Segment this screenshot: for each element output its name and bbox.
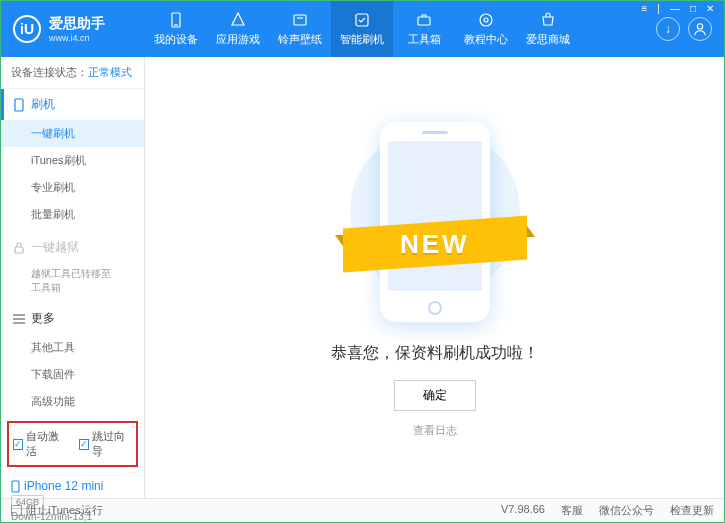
svg-point-6: [484, 18, 488, 22]
jailbreak-note: 越狱工具已转移至 工具箱: [1, 263, 144, 299]
logo-icon: iU: [13, 15, 41, 43]
nav-tutorial[interactable]: 教程中心: [455, 1, 517, 57]
store-icon: [539, 11, 557, 29]
divider-icon: |: [655, 3, 662, 14]
nav-label: 铃声壁纸: [278, 32, 322, 47]
svg-rect-3: [356, 14, 368, 26]
wechat-link[interactable]: 微信公众号: [599, 503, 654, 518]
nav-label: 我的设备: [154, 32, 198, 47]
nav-label: 工具箱: [408, 32, 441, 47]
svg-rect-13: [12, 481, 19, 492]
checkbox-label: 阻止iTunes运行: [26, 503, 103, 518]
download-icon: ↓: [665, 22, 671, 36]
nav-wallpaper[interactable]: 铃声壁纸: [269, 1, 331, 57]
checkbox-label: 自动激活: [26, 429, 66, 459]
menu-icon[interactable]: ≡: [640, 3, 650, 14]
app-name: 爱思助手: [49, 15, 105, 33]
update-link[interactable]: 检查更新: [670, 503, 714, 518]
sidebar-item-other-tools[interactable]: 其他工具: [1, 334, 144, 361]
checkbox-block-itunes[interactable]: 阻止iTunes运行: [11, 503, 103, 518]
minimize-button[interactable]: —: [668, 3, 682, 14]
sidebar-item-download-firmware[interactable]: 下载固件: [1, 361, 144, 388]
checkbox-auto-activate[interactable]: ✓ 自动激活: [13, 429, 67, 459]
lock-icon: [13, 242, 25, 254]
new-text: NEW: [400, 229, 470, 260]
list-icon: [13, 313, 25, 325]
sidebar-item-itunes-flash[interactable]: iTunes刷机: [1, 147, 144, 174]
connection-status: 设备连接状态：正常模式: [1, 57, 144, 89]
svg-rect-8: [15, 99, 23, 111]
top-nav: 我的设备 应用游戏 铃声壁纸 智能刷机 工具箱 教程中心 爱思商城: [145, 1, 656, 57]
svg-rect-2: [294, 15, 306, 25]
phone-icon: [13, 99, 25, 111]
checkbox-label: 跳过向导: [92, 429, 132, 459]
window-controls: ≡ | — □ ✕: [640, 3, 717, 14]
sidebar: 设备连接状态：正常模式 刷机 一键刷机 iTunes刷机 专业刷机 批量刷机 一…: [1, 57, 145, 498]
view-log-link[interactable]: 查看日志: [413, 423, 457, 438]
svg-point-7: [697, 24, 702, 29]
toolbox-icon: [415, 11, 433, 29]
sidebar-item-batch-flash[interactable]: 批量刷机: [1, 201, 144, 228]
logo-area: iU 爱思助手 www.i4.cn: [1, 15, 145, 43]
sidebar-item-advanced[interactable]: 高级功能: [1, 388, 144, 415]
svg-rect-9: [15, 247, 23, 253]
nav-label: 应用游戏: [216, 32, 260, 47]
svg-point-5: [480, 14, 492, 26]
phone-icon: [11, 480, 20, 493]
maximize-button[interactable]: □: [688, 3, 698, 14]
tutorial-icon: [477, 11, 495, 29]
header: iU 爱思助手 www.i4.cn 我的设备 应用游戏 铃声壁纸 智能刷机 工具…: [1, 1, 724, 57]
service-link[interactable]: 客服: [561, 503, 583, 518]
nav-store[interactable]: 爱思商城: [517, 1, 579, 57]
main-content: NEW 恭喜您，保资料刷机成功啦！ 确定 查看日志: [145, 57, 724, 498]
nav-label: 智能刷机: [340, 32, 384, 47]
sidebar-item-oneclick-flash[interactable]: 一键刷机: [1, 120, 144, 147]
app-url: www.i4.cn: [49, 33, 105, 43]
device-icon: [167, 11, 185, 29]
nav-flash[interactable]: 智能刷机: [331, 1, 393, 57]
connection-label: 设备连接状态：: [11, 66, 88, 78]
checkbox-skip-guide[interactable]: ✓ 跳过向导: [79, 429, 133, 459]
download-button[interactable]: ↓: [656, 17, 680, 41]
nav-label: 爱思商城: [526, 32, 570, 47]
nav-label: 教程中心: [464, 32, 508, 47]
group-label: 一键越狱: [31, 239, 79, 256]
wallpaper-icon: [291, 11, 309, 29]
sidebar-item-pro-flash[interactable]: 专业刷机: [1, 174, 144, 201]
sidebar-group-jailbreak[interactable]: 一键越狱: [1, 232, 144, 263]
ok-button[interactable]: 确定: [394, 380, 476, 411]
device-name: iPhone 12 mini: [11, 479, 134, 493]
connection-mode: 正常模式: [88, 66, 132, 78]
nav-apps[interactable]: 应用游戏: [207, 1, 269, 57]
check-icon: ✓: [13, 439, 23, 450]
header-right: ↓: [656, 17, 724, 41]
apps-icon: [229, 11, 247, 29]
device-name-text: iPhone 12 mini: [24, 479, 103, 493]
nav-my-device[interactable]: 我的设备: [145, 1, 207, 57]
nav-toolbox[interactable]: 工具箱: [393, 1, 455, 57]
flash-icon: [353, 11, 371, 29]
checkbox-icon: [11, 505, 22, 516]
group-label: 刷机: [31, 96, 55, 113]
sidebar-group-flash[interactable]: 刷机: [1, 89, 144, 120]
user-icon: [693, 22, 707, 36]
phone-illustration: NEW: [365, 117, 505, 327]
version-label: V7.98.66: [501, 503, 545, 518]
check-icon: ✓: [79, 439, 89, 450]
success-message: 恭喜您，保资料刷机成功啦！: [331, 343, 539, 364]
group-label: 更多: [31, 310, 55, 327]
svg-rect-4: [418, 17, 430, 25]
checkbox-highlight-area: ✓ 自动激活 ✓ 跳过向导: [7, 421, 138, 467]
sidebar-group-more[interactable]: 更多: [1, 303, 144, 334]
close-button[interactable]: ✕: [704, 3, 716, 14]
user-button[interactable]: [688, 17, 712, 41]
